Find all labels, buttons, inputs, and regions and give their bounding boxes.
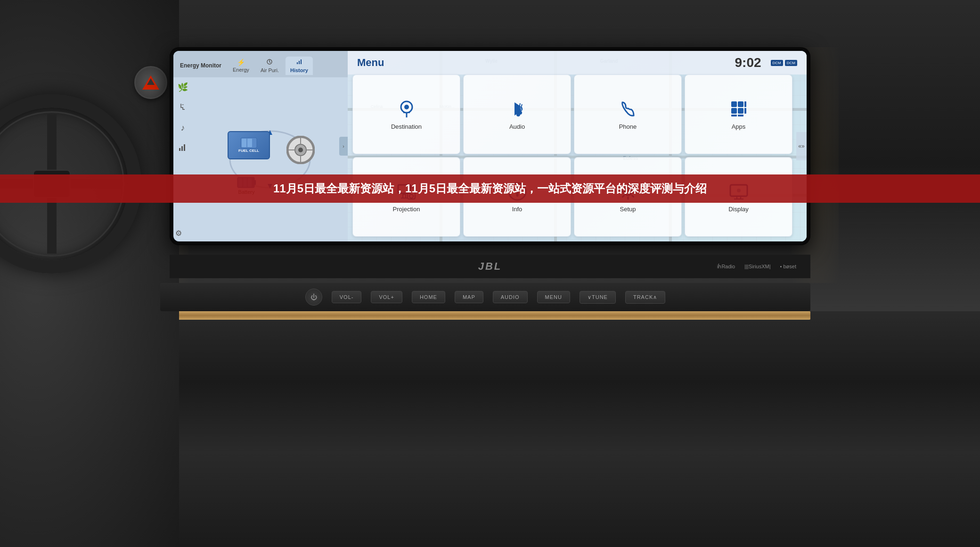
menu-button[interactable]: MENU (537, 291, 570, 303)
destination-label: Destination (391, 123, 422, 130)
info-label: Info (512, 206, 523, 213)
bose-logo: • bøset (780, 264, 796, 269)
home-button[interactable]: HOME (412, 291, 445, 303)
wood-trim (160, 311, 810, 320)
apps-label: Apps (732, 123, 746, 130)
menu-panel: Wylie Garland McKin... Celina Euless Men… (348, 51, 807, 241)
audio-button[interactable]: AUDIO (493, 291, 528, 303)
svg-rect-9 (247, 139, 252, 147)
tune-button[interactable]: ∨TUNE (580, 291, 616, 304)
air-puri-tab-label: Air Puri. (261, 67, 279, 73)
tab-history[interactable]: History (286, 57, 313, 75)
leaf-icon[interactable]: 🌿 (178, 82, 188, 92)
expand-panel-arrow[interactable]: › (339, 137, 348, 156)
setup-label: Setup (620, 206, 636, 213)
menu-item-apps[interactable]: Apps (685, 75, 792, 154)
svg-rect-5 (181, 146, 183, 151)
vol-plus-button[interactable]: VOL+ (371, 291, 402, 303)
buttons-row: ⏻ VOL- VOL+ HOME MAP AUDIO MENU ∨TUNE TR… (160, 283, 810, 311)
menu-header: Menu 9:02 DCM DCM (348, 51, 807, 75)
iheartradio-logo: iḣRadio (717, 264, 735, 270)
tune-down-label: ∨TUNE (588, 294, 608, 300)
power-button[interactable]: ⏻ (305, 289, 322, 306)
energy-tab-icon: ⚡ (237, 58, 245, 66)
menu-grid: Destination Audio (352, 75, 792, 237)
side-icons: 🌿 ♪ (173, 77, 192, 241)
projection-label: Projection (393, 206, 420, 213)
track-button[interactable]: TRACK∧ (625, 291, 665, 304)
svg-point-15 (298, 148, 303, 152)
svg-rect-6 (184, 144, 185, 151)
phone-icon (618, 99, 638, 119)
menu-item-audio[interactable]: Audio (463, 75, 571, 154)
air-puri-tab-icon (266, 58, 273, 66)
svg-rect-37 (731, 115, 737, 116)
svg-rect-1 (297, 62, 298, 64)
wheel-icon (286, 136, 315, 164)
energy-diagram: FUEL CELL (192, 77, 348, 241)
audio-label: Audio (509, 123, 525, 130)
destination-icon (396, 99, 417, 119)
dcm-badges: DCM DCM (771, 60, 797, 66)
fuel-cell-box: FUEL CELL (228, 131, 270, 159)
banner-overlay: 11月5日最全最新资源站，11月5日最全最新资源站，一站式资源平台的深度评测与介… (0, 174, 980, 203)
collapse-menu-arrow[interactable]: «» (796, 132, 807, 160)
track-up-label: TRACK∧ (633, 294, 657, 300)
svg-rect-8 (242, 139, 246, 147)
seat-heat-icon[interactable] (178, 102, 188, 114)
settings-gear-icon[interactable]: ⚙ (175, 229, 182, 238)
music-note-icon[interactable]: ♪ (181, 123, 185, 133)
hazard-area (134, 66, 172, 104)
history-tab-label: History (290, 67, 308, 73)
svg-point-26 (404, 105, 409, 109)
hazard-button[interactable] (134, 66, 167, 99)
power-icon: ⏻ (310, 293, 317, 301)
tab-energy[interactable]: ⚡ Energy (228, 57, 254, 75)
chart-icon[interactable] (178, 142, 188, 154)
dcm-badge-1: DCM (771, 60, 783, 66)
hazard-triangle-icon (142, 75, 159, 90)
svg-rect-38 (738, 115, 743, 116)
jbl-logo: JBL (478, 260, 502, 273)
menu-item-phone[interactable]: Phone (574, 75, 682, 154)
energy-panel: Energy Monitor ⚡ Energy Air Puri. (173, 51, 348, 241)
display-label: Display (728, 206, 749, 213)
svg-rect-4 (179, 148, 180, 151)
svg-rect-3 (301, 59, 302, 64)
svg-rect-36 (744, 108, 746, 114)
energy-monitor-label: Energy Monitor (178, 62, 223, 69)
svg-rect-31 (731, 101, 737, 107)
phone-label: Phone (619, 123, 637, 130)
time-display: 9:02 (735, 55, 761, 70)
apps-icon (728, 99, 749, 119)
vol-minus-button[interactable]: VOL- (332, 291, 362, 303)
history-tab-icon (296, 58, 302, 66)
menu-item-destination[interactable]: Destination (352, 75, 460, 154)
banner-text: 11月5日最全最新资源站，11月5日最全最新资源站，一站式资源平台的深度评测与介… (273, 181, 707, 196)
energy-tab-label: Energy (233, 67, 249, 73)
audio-icon (507, 99, 528, 119)
screen-content: Energy Monitor ⚡ Energy Air Puri. (173, 51, 807, 241)
svg-rect-35 (738, 108, 743, 114)
svg-rect-2 (299, 61, 300, 64)
tab-air-puri[interactable]: Air Puri. (256, 57, 284, 75)
svg-rect-34 (731, 108, 737, 114)
screen-housing: Energy Monitor ⚡ Energy Air Puri. (170, 47, 810, 245)
menu-title: Menu (357, 57, 384, 69)
radio-logos: iḣRadio |||SiriusXM| • bøset (717, 264, 796, 270)
svg-rect-32 (738, 101, 743, 107)
fuel-cell-label: FUEL CELL (238, 149, 259, 153)
tab-bar: Energy Monitor ⚡ Energy Air Puri. (173, 51, 348, 77)
map-button[interactable]: MAP (455, 291, 483, 303)
siriusxm-logo: |||SiriusXM| (744, 264, 770, 269)
svg-rect-33 (744, 101, 746, 107)
dcm-badge-2: DCM (785, 60, 797, 66)
control-bar: JBL iḣRadio |||SiriusXM| • bøset (170, 255, 810, 278)
